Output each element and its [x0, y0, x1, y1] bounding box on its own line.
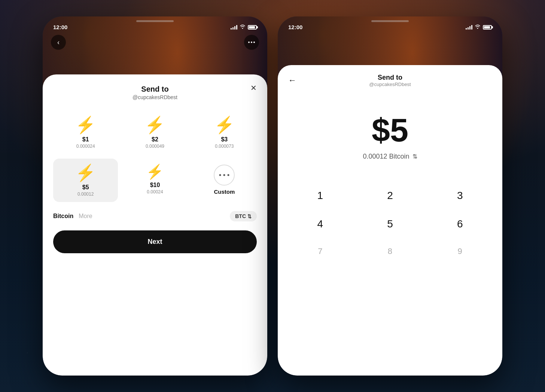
phone2-status-bar: 12:00: [278, 16, 502, 33]
amount-item-3[interactable]: ⚡ $3 0.000073: [192, 111, 257, 154]
phone1-white-card: ✕ Send to @cupcakesRDbest ⚡ $1 0.000024 …: [43, 74, 267, 376]
phone2-subtitle: @cupcakesRDbest: [369, 82, 411, 87]
phone2-header: ← Send to @cupcakesRDbest: [278, 73, 502, 91]
currency-tabs: Bitcoin More BTC ⇅: [53, 211, 257, 221]
amount-btc-1: 0.000024: [76, 144, 95, 149]
svg-point-3: [219, 174, 221, 176]
numpad-row-3: 7 8 9: [285, 240, 495, 263]
phone2-title: Send to: [369, 74, 411, 82]
phone2-status-icons: [466, 24, 492, 30]
numpad-key-7[interactable]: 7: [285, 240, 355, 263]
custom-amount-button[interactable]: Custom: [192, 159, 257, 202]
amount-usd-5: $5: [82, 184, 89, 191]
lightning-icon-2: ⚡: [144, 117, 165, 133]
numpad-key-8[interactable]: 8: [355, 240, 425, 263]
phone2: 12:00 ← Send: [278, 16, 502, 376]
amount-item-2[interactable]: ⚡ $2 0.000049: [122, 111, 187, 154]
amount-item-1[interactable]: ⚡ $1 0.000024: [53, 111, 118, 154]
phone1-nav: ‹: [43, 33, 267, 53]
numpad-key-3[interactable]: 3: [425, 183, 495, 208]
big-amount-container: $5 0.00012 Bitcoin ⇅: [278, 91, 502, 175]
phone1-more-button[interactable]: [244, 35, 259, 50]
numpad-key-5[interactable]: 5: [355, 211, 425, 237]
numpad-key-2[interactable]: 2: [355, 183, 425, 208]
numpad-row-1: 1 2 3: [285, 183, 495, 208]
amount-usd-3: $3: [221, 136, 228, 143]
svg-point-0: [248, 42, 250, 43]
wifi-icon: [240, 24, 246, 30]
amount-usd-10: $10: [150, 182, 160, 189]
phone2-wifi-icon: [475, 24, 481, 30]
amount-btc-5: 0.00012: [77, 192, 94, 197]
amount-item-10[interactable]: ⚡ $10 0.00024: [122, 159, 187, 202]
custom-label: Custom: [214, 189, 235, 195]
numpad: 1 2 3 4 5 6 7 8 9: [278, 175, 502, 263]
numpad-key-6[interactable]: 6: [425, 211, 495, 237]
phone1-card-header: Send to @cupcakesRDbest: [53, 85, 257, 100]
numpad-key-4[interactable]: 4: [285, 211, 355, 237]
next-button[interactable]: Next: [53, 230, 257, 253]
lightning-icon-10: ⚡: [146, 165, 164, 179]
numpad-key-9[interactable]: 9: [425, 240, 495, 263]
btc-badge[interactable]: BTC ⇅: [230, 211, 257, 221]
more-tab[interactable]: More: [79, 213, 92, 220]
svg-point-1: [251, 42, 252, 43]
amount-btc-2: 0.000049: [146, 144, 164, 149]
big-amount-display: $5: [372, 114, 408, 147]
phone1-status-icons: [231, 24, 257, 30]
amount-item-5[interactable]: ⚡ $5 0.00012: [53, 159, 118, 202]
swap-arrows-icon: ⇅: [247, 214, 252, 219]
currency-tab-group: Bitcoin More: [53, 213, 92, 220]
numpad-row-2: 4 5 6: [285, 211, 495, 237]
svg-point-5: [228, 174, 229, 176]
custom-dots-icon: [214, 165, 235, 186]
svg-point-4: [223, 174, 225, 176]
phone2-time: 12:00: [288, 24, 302, 30]
phone1-time: 12:00: [53, 24, 67, 30]
btc-equivalent-text: 0.00012 Bitcoin: [363, 153, 409, 160]
battery-icon: [248, 25, 257, 30]
close-button[interactable]: ✕: [250, 84, 257, 92]
phone1: 12:00 ‹: [43, 16, 267, 376]
lightning-icon-1: ⚡: [75, 117, 96, 133]
phone2-title-block: Send to @cupcakesRDbest: [369, 74, 411, 87]
svg-point-2: [253, 42, 255, 43]
phone1-title: Send to: [53, 85, 257, 94]
amount-grid: ⚡ $1 0.000024 ⚡ $2 0.000049 ⚡ $3 0.00007…: [53, 111, 257, 202]
phone2-battery-icon: [483, 25, 492, 30]
lightning-icon-3: ⚡: [214, 117, 235, 133]
phone2-notch: [371, 20, 409, 22]
phone1-subtitle: @cupcakesRDbest: [53, 94, 257, 100]
lightning-icon-5: ⚡: [75, 165, 96, 181]
phone2-back-button[interactable]: ←: [288, 76, 296, 85]
btc-badge-label: BTC: [235, 213, 246, 219]
phone1-notch: [136, 20, 174, 22]
amount-usd-2: $2: [152, 136, 158, 143]
btc-amount-row: 0.00012 Bitcoin ⇅: [363, 153, 417, 160]
bitcoin-tab[interactable]: Bitcoin: [53, 213, 73, 220]
phone1-back-button[interactable]: ‹: [51, 35, 66, 50]
signal-icon: [231, 25, 237, 30]
numpad-key-1[interactable]: 1: [285, 183, 355, 208]
phone2-white-card: ← Send to @cupcakesRDbest $5 0.00012 Bit…: [278, 65, 502, 376]
phone2-signal-icon: [466, 25, 472, 30]
btc-swap-icon[interactable]: ⇅: [412, 153, 417, 160]
phones-container: 12:00 ‹: [43, 16, 502, 376]
amount-btc-10: 0.00024: [147, 189, 163, 195]
amount-btc-3: 0.000073: [215, 144, 234, 149]
phone1-status-bar: 12:00: [43, 16, 267, 33]
amount-usd-1: $1: [82, 136, 89, 143]
